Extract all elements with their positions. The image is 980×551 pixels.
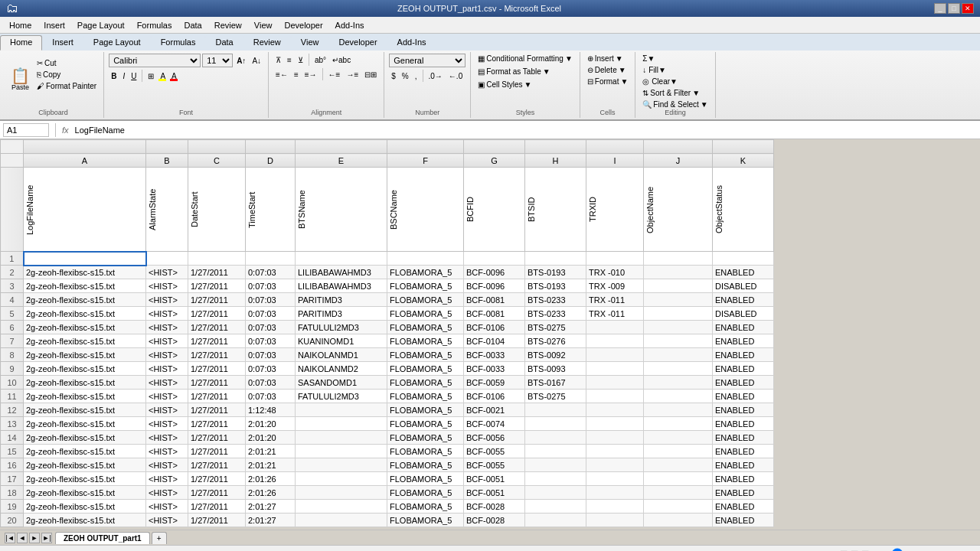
align-center-button[interactable]: ≡: [292, 68, 301, 80]
cell[interactable]: FLOBAMORA_5: [387, 362, 464, 376]
cell[interactable]: PARITIMD3: [296, 293, 387, 307]
cell[interactable]: ENABLED: [713, 334, 774, 348]
cell[interactable]: [586, 334, 644, 348]
tab-first-button[interactable]: |◄: [5, 533, 15, 543]
cell[interactable]: <HIST>: [146, 431, 188, 445]
col-header-j[interactable]: [644, 140, 713, 154]
cell[interactable]: FLOBAMORA_5: [387, 486, 464, 500]
cell[interactable]: ENABLED: [713, 500, 774, 514]
cell[interactable]: [586, 500, 644, 514]
comma-button[interactable]: ,: [413, 70, 420, 82]
cell[interactable]: 2g-zeoh-flexibsc-s15.txt: [24, 362, 146, 376]
cell[interactable]: 1/27/2011: [188, 334, 246, 348]
col-header-k[interactable]: [713, 140, 774, 154]
cell[interactable]: 0:07:03: [246, 266, 296, 279]
decrease-font-button[interactable]: A↓: [250, 56, 263, 66]
cell[interactable]: [644, 417, 713, 431]
cell[interactable]: 2g-zeoh-flexibsc-s15.txt: [24, 500, 146, 514]
cell[interactable]: 1/27/2011: [188, 514, 246, 527]
cell[interactable]: 1/27/2011: [188, 403, 246, 417]
minimize-button[interactable]: _: [934, 3, 946, 14]
cell[interactable]: [644, 279, 713, 293]
cell[interactable]: NAIKOLANMD1: [296, 348, 387, 362]
sheet-tab-extra[interactable]: +: [152, 532, 167, 544]
cell[interactable]: <HIST>: [146, 307, 188, 321]
cell[interactable]: <HIST>: [146, 348, 188, 362]
cell[interactable]: [586, 458, 644, 472]
align-middle-button[interactable]: ≡: [285, 54, 294, 66]
tab-home[interactable]: Home: [0, 35, 42, 51]
col-j-letter[interactable]: J: [644, 154, 713, 168]
tab-last-button[interactable]: ►|: [41, 533, 52, 543]
cell[interactable]: 1/27/2011: [188, 458, 246, 472]
cell[interactable]: [525, 417, 586, 431]
menu-insert[interactable]: Insert: [38, 19, 71, 31]
format-button[interactable]: ⊟ Format▼: [585, 77, 631, 86]
orientation-button[interactable]: ab°: [312, 54, 328, 66]
cell[interactable]: 0:07:03: [246, 279, 296, 293]
cell[interactable]: FLOBAMORA_5: [387, 279, 464, 293]
cell[interactable]: [464, 252, 525, 266]
align-left-button[interactable]: ≡←: [273, 68, 290, 80]
cell[interactable]: 1/27/2011: [188, 293, 246, 307]
cell[interactable]: FLOBAMORA_5: [387, 500, 464, 514]
cell[interactable]: 2g-zeoh-flexibsc-s15.txt: [24, 376, 146, 390]
cell[interactable]: [296, 458, 387, 472]
cell[interactable]: <HIST>: [146, 293, 188, 307]
cell[interactable]: [586, 403, 644, 417]
cell[interactable]: BTS-0193: [525, 279, 586, 293]
cell[interactable]: [525, 514, 586, 527]
cell[interactable]: [644, 348, 713, 362]
cell[interactable]: 2g-zeoh-flexibsc-s15.txt: [24, 458, 146, 472]
maximize-button[interactable]: □: [948, 3, 960, 14]
cell[interactable]: [644, 458, 713, 472]
cell[interactable]: [296, 403, 387, 417]
cell[interactable]: [525, 445, 586, 458]
cell[interactable]: FLOBAMORA_5: [387, 321, 464, 334]
cell[interactable]: NAIKOLANMD2: [296, 362, 387, 376]
cell[interactable]: FLOBAMORA_5: [387, 417, 464, 431]
cell[interactable]: 2g-zeoh-flexibsc-s15.txt: [24, 472, 146, 486]
tab-formulas[interactable]: Formulas: [151, 35, 206, 51]
cell[interactable]: BTS-0275: [525, 390, 586, 403]
cell[interactable]: [644, 321, 713, 334]
cell[interactable]: [644, 472, 713, 486]
fill-color-button[interactable]: A: [158, 71, 168, 81]
col-header-c[interactable]: [188, 140, 246, 154]
cell[interactable]: 2g-zeoh-flexibsc-s15.txt: [24, 390, 146, 403]
tab-page-layout[interactable]: Page Layout: [83, 35, 151, 51]
conditional-formatting-button[interactable]: ▦ Conditional Formatting ▼: [475, 54, 575, 64]
cell[interactable]: 1/27/2011: [188, 431, 246, 445]
col-header-b[interactable]: [146, 140, 188, 154]
cell[interactable]: [296, 472, 387, 486]
cell[interactable]: ENABLED: [713, 472, 774, 486]
cell[interactable]: TRX -011: [586, 293, 644, 307]
cell[interactable]: ENABLED: [713, 514, 774, 527]
cell[interactable]: 1/27/2011: [188, 417, 246, 431]
cell[interactable]: 2:01:20: [246, 431, 296, 445]
number-format-select[interactable]: General: [389, 54, 466, 67]
cell[interactable]: FLOBAMORA_5: [387, 334, 464, 348]
col-c-letter[interactable]: C: [188, 154, 246, 168]
cell[interactable]: [296, 486, 387, 500]
cell[interactable]: <HIST>: [146, 514, 188, 527]
cell[interactable]: 0:07:03: [246, 390, 296, 403]
align-right-button[interactable]: ≡→: [302, 68, 319, 80]
cell[interactable]: 2:01:20: [246, 417, 296, 431]
cell[interactable]: <HIST>: [146, 458, 188, 472]
tab-insert[interactable]: Insert: [42, 35, 83, 51]
increase-font-button[interactable]: A↑: [234, 56, 248, 66]
cell[interactable]: BTS-0193: [525, 266, 586, 279]
cell[interactable]: [525, 458, 586, 472]
cell[interactable]: [525, 431, 586, 445]
cell[interactable]: [525, 403, 586, 417]
cell[interactable]: BCF-0056: [464, 431, 525, 445]
cell[interactable]: [586, 486, 644, 500]
cell[interactable]: BCF-0096: [464, 279, 525, 293]
cell[interactable]: [296, 500, 387, 514]
col-b-letter[interactable]: B: [146, 154, 188, 168]
cell[interactable]: LILIBABAWAHMD3: [296, 266, 387, 279]
cell[interactable]: [586, 472, 644, 486]
cell[interactable]: ENABLED: [713, 458, 774, 472]
cell[interactable]: [644, 376, 713, 390]
